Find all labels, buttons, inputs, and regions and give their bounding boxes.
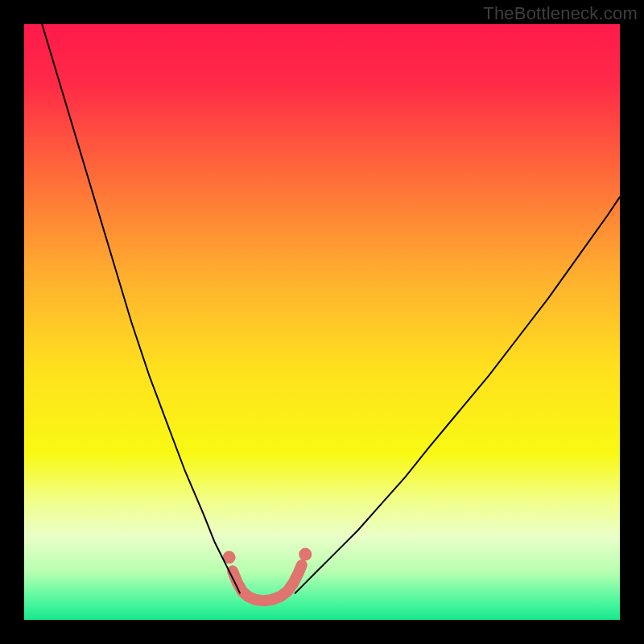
chart-svg: [24, 24, 620, 620]
chart-plot-area: [24, 24, 620, 620]
valley-marker-1: [299, 548, 312, 561]
chart-frame: TheBottleneck.com: [0, 0, 644, 644]
watermark-text: TheBottleneck.com: [483, 3, 638, 24]
